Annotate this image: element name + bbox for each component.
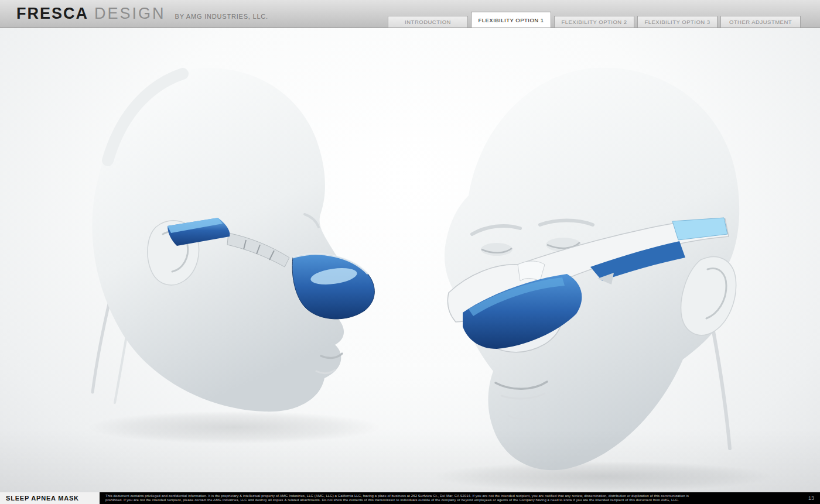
tab-introduction[interactable]: INTRODUCTION: [388, 16, 468, 28]
legal-bar: This document contains privileged and co…: [100, 492, 820, 504]
header-bar: FRESCA DESIGN BY AMG INDUSTRIES, LLC. IN…: [0, 0, 820, 28]
eye-left: [481, 243, 512, 256]
legal-line-2: prohibited. If you are not the intended …: [105, 498, 801, 503]
page-number: 13: [808, 495, 814, 501]
nav-tabs: INTRODUCTION FLEXIBILITY OPTION 1 FLEXIB…: [388, 12, 801, 28]
left-head-render: [92, 68, 374, 412]
tab-flexibility-option-3[interactable]: FLEXIBILITY OPTION 3: [637, 16, 718, 28]
brand-secondary: DESIGN: [94, 5, 166, 23]
brand-byline: BY AMG INDUSTRIES, LLC.: [175, 13, 268, 20]
document-title: SLEEP APNEA MASK: [0, 492, 100, 504]
footer-bar: SLEEP APNEA MASK This document contains …: [0, 492, 820, 504]
left-head-floor-shadow: [88, 411, 381, 444]
brand-primary: FRESCA: [16, 5, 88, 23]
mask-renders-illustration: [0, 28, 820, 492]
right-head-floor-shadow: [433, 461, 773, 492]
legal-disclaimer: This document contains privileged and co…: [105, 494, 801, 503]
tab-flexibility-option-1[interactable]: FLEXIBILITY OPTION 1: [471, 12, 551, 28]
page: FRESCA DESIGN BY AMG INDUSTRIES, LLC. IN…: [0, 0, 820, 504]
right-head-render: [445, 68, 739, 471]
mask-nose-bridge: [518, 261, 545, 281]
legal-line-1: This document contains privileged and co…: [105, 494, 801, 499]
strap-cord-icon: [713, 331, 730, 448]
brand-logo: FRESCA DESIGN BY AMG INDUSTRIES, LLC.: [16, 5, 268, 23]
tab-flexibility-option-2[interactable]: FLEXIBILITY OPTION 2: [554, 16, 634, 28]
render-stage: [0, 28, 820, 492]
tab-other-adjustment[interactable]: OTHER ADJUSTMENT: [720, 16, 801, 28]
